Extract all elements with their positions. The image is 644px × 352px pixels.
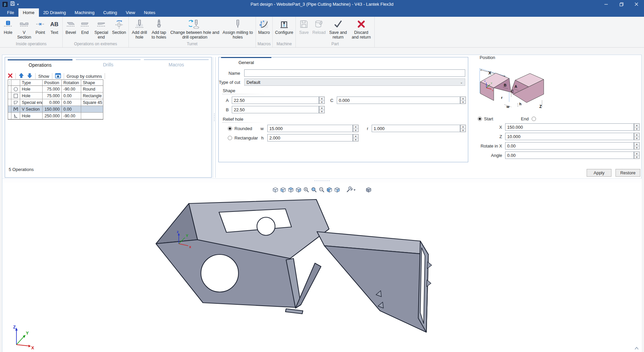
table-row[interactable]: Hole 75.000 -90.00 Round	[8, 86, 103, 93]
rotate-spinner[interactable]: ▲▼	[634, 142, 640, 150]
menu-tab-cutting[interactable]: Cutting	[99, 8, 121, 17]
table-row-selected[interactable]: V Section 150.000 0.00	[8, 106, 103, 113]
col-header-position[interactable]: Position	[43, 80, 62, 86]
table-row[interactable]: Special end 0.000 0.00 Square 45	[8, 99, 103, 106]
add-tap-to-holes-button[interactable]: Add tap to holes	[149, 17, 169, 40]
ribbon-group-label: Turret	[130, 41, 255, 47]
apply-button[interactable]: Apply	[587, 169, 611, 177]
a-spinner[interactable]: ▲▼	[319, 97, 325, 104]
menu-tab-home[interactable]: Home	[18, 8, 39, 17]
rotate-in-x-input[interactable]	[505, 142, 634, 150]
v-section-button[interactable]: V Section	[15, 17, 33, 40]
end-radio[interactable]	[532, 117, 536, 121]
col-header-shape[interactable]: Shape	[81, 80, 103, 86]
tab-drills[interactable]: Drills	[76, 59, 141, 68]
c-spinner[interactable]: ▲▼	[460, 97, 466, 104]
x-position-label: X	[463, 125, 502, 130]
end-button[interactable]: End	[78, 17, 92, 35]
assign-milling-button[interactable]: Assign milling to holes	[221, 17, 255, 40]
col-header-rotation[interactable]: Rotation	[62, 80, 81, 86]
view-bottom-icon[interactable]	[334, 186, 340, 193]
start-radio[interactable]	[478, 117, 482, 121]
text-button[interactable]: AB Text	[47, 17, 61, 35]
discard-and-return-button[interactable]: Discard and return	[349, 17, 373, 40]
view-front-icon[interactable]	[280, 186, 286, 193]
tab-macros[interactable]: Macros	[144, 59, 209, 68]
table-row[interactable]: Hole 250.000 -90.00	[8, 113, 103, 119]
zoom-fit-icon[interactable]	[311, 186, 317, 193]
menu-tab-file[interactable]: File	[3, 8, 18, 17]
quick-save-icon[interactable]	[10, 1, 15, 7]
macro-button[interactable]: AB Macro	[257, 17, 271, 35]
bevel-button[interactable]: Bevel	[64, 17, 78, 35]
point-button[interactable]: Point	[33, 17, 47, 35]
check-icon	[328, 18, 348, 30]
tab-general[interactable]: General	[221, 60, 271, 65]
menu-tab-2d-drawing[interactable]: 2D Drawing	[39, 8, 70, 17]
angle-input[interactable]	[505, 152, 634, 159]
rectangular-radio[interactable]	[228, 136, 232, 140]
menu-tab-machining[interactable]: Machining	[70, 8, 99, 17]
save-and-return-button[interactable]: Save and return	[327, 17, 349, 40]
col-header-type[interactable]: Type	[20, 80, 43, 86]
restore-button[interactable]: Restore	[615, 169, 640, 177]
name-input[interactable]	[244, 69, 465, 77]
tab-operations[interactable]: Operations	[8, 59, 72, 68]
rounded-radio[interactable]	[228, 126, 232, 131]
move-up-icon[interactable]	[18, 73, 24, 79]
type-of-cut-select[interactable]: Default⌄	[244, 78, 465, 86]
table-row[interactable]: Hole 75.000 0.00 Rectangle	[8, 93, 103, 99]
view-right-icon[interactable]	[295, 186, 302, 193]
b-input[interactable]	[232, 106, 319, 113]
b-spinner[interactable]: ▲▼	[319, 106, 325, 113]
tools-dropdown-button[interactable]	[346, 186, 356, 193]
restore-button[interactable]	[614, 0, 629, 8]
h-spinner[interactable]: ▲▼	[353, 134, 359, 141]
configure-button[interactable]: Configure	[274, 17, 294, 35]
save-button[interactable]: Save	[297, 17, 311, 35]
qat-dropdown-icon[interactable]: ▾	[17, 3, 19, 6]
w-input[interactable]	[267, 125, 353, 132]
w-spinner[interactable]: ▲▼	[353, 125, 359, 132]
minimize-button[interactable]	[599, 0, 614, 8]
row-grip-icon	[8, 80, 11, 86]
a-input[interactable]	[232, 97, 319, 104]
collapse-caret-icon[interactable]	[634, 345, 639, 351]
ribbon-group-label: Operations on extremes	[64, 41, 127, 47]
shaded-view-icon[interactable]	[365, 186, 372, 193]
vertical-splitter[interactable]	[213, 57, 216, 178]
section-button[interactable]: Section	[111, 17, 127, 35]
close-button[interactable]	[629, 0, 644, 8]
angle-spinner[interactable]: ▲▼	[634, 152, 640, 159]
menu-tab-notes[interactable]: Notes	[140, 8, 160, 17]
preview-window-icon[interactable]	[55, 73, 61, 79]
x-spinner[interactable]: ▲▼	[634, 123, 640, 131]
svg-text:r: r	[501, 96, 503, 100]
change-hole-drill-button[interactable]: Change between hole and drill operation	[169, 17, 221, 40]
zoom-out-icon[interactable]	[318, 186, 325, 193]
move-down-icon[interactable]	[27, 73, 33, 79]
hole-button[interactable]: Hole	[1, 17, 15, 35]
show-button[interactable]: Show	[38, 74, 49, 79]
r-input[interactable]	[372, 125, 460, 132]
z-spinner[interactable]: ▲▼	[634, 133, 640, 140]
app-logo-icon[interactable]: β	[2, 1, 8, 7]
z-position-input[interactable]	[505, 133, 634, 140]
x-position-input[interactable]	[505, 123, 634, 131]
add-drill-hole-button[interactable]: Add drill hole	[130, 17, 149, 40]
h-input[interactable]	[267, 134, 353, 141]
menu-tab-view[interactable]: View	[121, 8, 140, 17]
view-back-icon[interactable]	[326, 186, 333, 193]
horizontal-splitter[interactable]	[2, 178, 642, 183]
view-top-icon[interactable]	[287, 186, 294, 193]
viewport-3d[interactable]: z Y x Z Y X	[2, 183, 642, 352]
zoom-in-icon[interactable]	[303, 186, 310, 193]
reload-button[interactable]: Reload	[311, 17, 327, 35]
special-end-button[interactable]: Special end	[92, 17, 111, 40]
svg-text:B: B	[504, 83, 506, 87]
view-iso-icon[interactable]	[272, 186, 279, 193]
group-by-columns-button[interactable]: Group by columns	[67, 74, 102, 79]
part-3d-model[interactable]	[2, 183, 642, 352]
c-input[interactable]	[337, 97, 460, 104]
delete-operation-icon[interactable]	[8, 73, 13, 79]
